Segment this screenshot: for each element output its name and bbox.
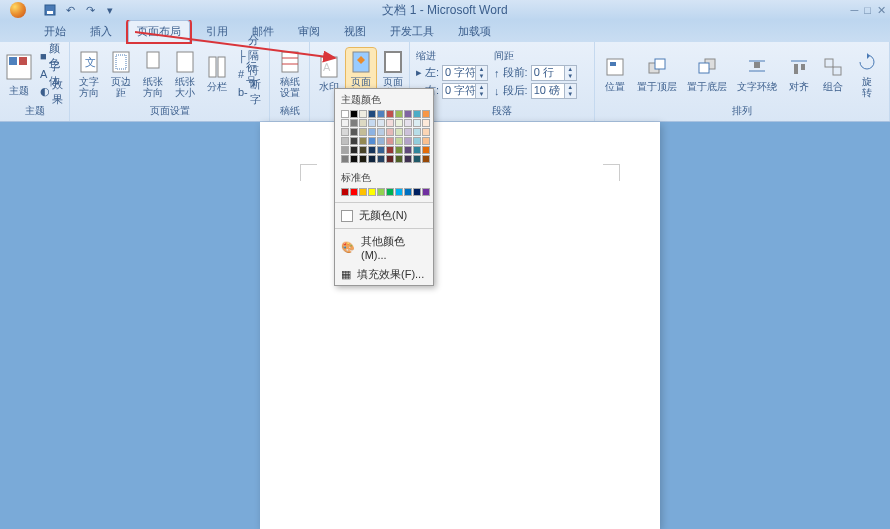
color-swatch[interactable] bbox=[413, 137, 421, 145]
color-swatch[interactable] bbox=[395, 146, 403, 154]
close-button[interactable]: ✕ bbox=[877, 4, 886, 17]
color-swatch[interactable] bbox=[386, 188, 394, 196]
color-swatch[interactable] bbox=[341, 110, 349, 118]
color-swatch[interactable] bbox=[359, 155, 367, 163]
color-swatch[interactable] bbox=[404, 110, 412, 118]
color-swatch[interactable] bbox=[377, 110, 385, 118]
color-swatch[interactable] bbox=[386, 137, 394, 145]
color-swatch[interactable] bbox=[368, 188, 376, 196]
color-swatch[interactable] bbox=[404, 128, 412, 136]
group-button[interactable]: 组合 bbox=[817, 53, 849, 94]
theme-effects-button[interactable]: ◐ 效果 bbox=[40, 83, 63, 101]
color-swatch[interactable] bbox=[341, 119, 349, 127]
color-swatch[interactable] bbox=[368, 155, 376, 163]
color-swatch[interactable] bbox=[413, 146, 421, 154]
color-swatch[interactable] bbox=[341, 188, 349, 196]
color-swatch[interactable] bbox=[368, 119, 376, 127]
color-swatch[interactable] bbox=[359, 119, 367, 127]
color-swatch[interactable] bbox=[341, 146, 349, 154]
color-swatch[interactable] bbox=[341, 155, 349, 163]
color-swatch[interactable] bbox=[395, 137, 403, 145]
color-swatch[interactable] bbox=[404, 146, 412, 154]
themes-button[interactable]: 主题 bbox=[4, 49, 34, 98]
position-button[interactable]: 位置 bbox=[599, 53, 631, 94]
color-swatch[interactable] bbox=[359, 188, 367, 196]
color-swatch[interactable] bbox=[350, 128, 358, 136]
rotate-button[interactable]: 旋 转 bbox=[851, 48, 883, 100]
color-swatch[interactable] bbox=[341, 128, 349, 136]
spin-up[interactable]: ▲ bbox=[564, 66, 576, 73]
tab-view[interactable]: 视图 bbox=[336, 21, 374, 42]
maximize-button[interactable]: □ bbox=[864, 4, 871, 17]
color-swatch[interactable] bbox=[359, 110, 367, 118]
color-swatch[interactable] bbox=[413, 128, 421, 136]
qat-more-icon[interactable]: ▾ bbox=[102, 2, 118, 18]
color-swatch[interactable] bbox=[368, 146, 376, 154]
color-swatch[interactable] bbox=[368, 110, 376, 118]
color-swatch[interactable] bbox=[368, 137, 376, 145]
text-direction-button[interactable]: 文文字方向 bbox=[74, 48, 104, 100]
color-swatch[interactable] bbox=[404, 155, 412, 163]
orientation-button[interactable]: 纸张方向 bbox=[138, 48, 168, 100]
color-swatch[interactable] bbox=[350, 146, 358, 154]
color-swatch[interactable] bbox=[386, 110, 394, 118]
indent-right-input[interactable]: 0 字符▲▼ bbox=[442, 83, 488, 99]
tab-references[interactable]: 引用 bbox=[198, 21, 236, 42]
color-swatch[interactable] bbox=[359, 146, 367, 154]
fill-effects-item[interactable]: ▦填充效果(F)... bbox=[335, 264, 433, 285]
tab-page-layout[interactable]: 页面布局 bbox=[128, 20, 190, 42]
color-swatch[interactable] bbox=[413, 155, 421, 163]
color-swatch[interactable] bbox=[413, 119, 421, 127]
color-swatch[interactable] bbox=[422, 119, 430, 127]
color-swatch[interactable] bbox=[422, 137, 430, 145]
tab-home[interactable]: 开始 bbox=[36, 21, 74, 42]
save-icon[interactable] bbox=[42, 2, 58, 18]
color-swatch[interactable] bbox=[386, 128, 394, 136]
text-wrap-button[interactable]: 文字环绕 bbox=[733, 53, 781, 94]
more-colors-item[interactable]: 🎨其他颜色(M)... bbox=[335, 231, 433, 264]
office-button[interactable] bbox=[0, 0, 36, 20]
color-swatch[interactable] bbox=[350, 155, 358, 163]
indent-left-input[interactable]: 0 字符▲▼ bbox=[442, 65, 488, 81]
minimize-button[interactable]: ─ bbox=[851, 4, 859, 17]
color-swatch[interactable] bbox=[350, 188, 358, 196]
columns-button[interactable]: 分栏 bbox=[202, 53, 232, 94]
color-swatch[interactable] bbox=[350, 110, 358, 118]
color-swatch[interactable] bbox=[377, 155, 385, 163]
color-swatch[interactable] bbox=[422, 188, 430, 196]
margins-button[interactable]: 页边距 bbox=[106, 48, 136, 100]
color-swatch[interactable] bbox=[377, 146, 385, 154]
spin-down[interactable]: ▼ bbox=[475, 91, 487, 98]
color-swatch[interactable] bbox=[386, 119, 394, 127]
tab-review[interactable]: 审阅 bbox=[290, 21, 328, 42]
color-swatch[interactable] bbox=[386, 155, 394, 163]
color-swatch[interactable] bbox=[377, 128, 385, 136]
color-swatch[interactable] bbox=[377, 137, 385, 145]
document-page[interactable] bbox=[260, 122, 660, 529]
undo-icon[interactable]: ↶ bbox=[62, 2, 78, 18]
color-swatch[interactable] bbox=[395, 155, 403, 163]
color-swatch[interactable] bbox=[377, 119, 385, 127]
color-swatch[interactable] bbox=[359, 128, 367, 136]
color-swatch[interactable] bbox=[377, 188, 385, 196]
spin-down[interactable]: ▼ bbox=[564, 73, 576, 80]
spin-down[interactable]: ▼ bbox=[475, 73, 487, 80]
color-swatch[interactable] bbox=[422, 155, 430, 163]
color-swatch[interactable] bbox=[350, 137, 358, 145]
spin-up[interactable]: ▲ bbox=[564, 84, 576, 91]
tab-developer[interactable]: 开发工具 bbox=[382, 21, 442, 42]
color-swatch[interactable] bbox=[386, 146, 394, 154]
color-swatch[interactable] bbox=[368, 128, 376, 136]
color-swatch[interactable] bbox=[395, 188, 403, 196]
color-swatch[interactable] bbox=[413, 110, 421, 118]
spin-down[interactable]: ▼ bbox=[564, 91, 576, 98]
color-swatch[interactable] bbox=[422, 146, 430, 154]
tab-insert[interactable]: 插入 bbox=[82, 21, 120, 42]
no-color-item[interactable]: 无颜色(N) bbox=[335, 205, 433, 226]
color-swatch[interactable] bbox=[395, 119, 403, 127]
color-swatch[interactable] bbox=[422, 128, 430, 136]
color-swatch[interactable] bbox=[341, 137, 349, 145]
color-swatch[interactable] bbox=[395, 128, 403, 136]
tab-addins[interactable]: 加载项 bbox=[450, 21, 499, 42]
color-swatch[interactable] bbox=[359, 137, 367, 145]
